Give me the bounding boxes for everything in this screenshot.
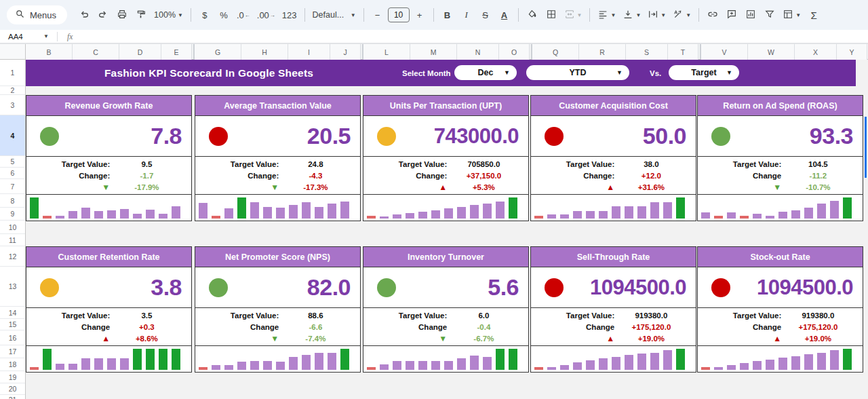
decrease-font-size-button[interactable]: − [369,6,387,24]
kpi-details-cell[interactable]: Target Value:104.5Change-11.2▼-10.7% [698,157,863,195]
row-header-12[interactable]: 12 [0,246,25,267]
bold-button[interactable]: B [439,6,456,24]
sparkline[interactable] [195,195,360,221]
column-header-r[interactable]: R [579,44,626,60]
kpi-value-cell[interactable]: 82.0 [195,267,360,308]
horizontal-align-button[interactable]: ▼ [595,6,618,24]
font-size-input[interactable]: 10 [388,7,410,22]
kpi-details-cell[interactable]: Target Value:9.5Change:-1.7▼-17.9% [26,157,191,195]
undo-button[interactable] [75,6,93,24]
select-all-corner[interactable] [0,44,26,60]
row-header-5[interactable]: 5 [0,156,25,168]
row-header-11[interactable]: 11 [0,234,25,246]
column-header-g[interactable]: G [195,44,241,60]
column-header-x[interactable]: X [795,44,837,60]
kpi-card-title[interactable]: Units Per Transaction (UPT) [363,96,528,116]
format-percent-button[interactable]: % [215,6,233,24]
kpi-value-cell[interactable]: 1094500.0 [698,267,863,308]
month-dropdown[interactable]: Dec▼ [454,65,517,80]
kpi-value-cell[interactable]: 50.0 [531,116,696,157]
increase-font-size-button[interactable]: + [411,6,429,24]
insert-chart-button[interactable] [742,6,760,24]
format-currency-button[interactable]: $ [196,6,214,24]
column-header-b[interactable]: B [26,44,73,60]
row-header-4[interactable]: 4 [0,115,25,156]
column-header-s[interactable]: S [626,44,668,60]
row-header-16[interactable]: 16 [0,330,25,345]
vertical-align-button[interactable]: ▼ [620,6,644,24]
sparkline[interactable] [531,346,696,372]
row-header-3[interactable]: 3 [0,95,25,115]
column-header-o[interactable]: O [499,44,530,60]
sparkline[interactable] [26,195,191,221]
kpi-card-title[interactable]: Net Promoter Score (NPS) [195,247,360,267]
period-dropdown[interactable]: YTD▼ [526,65,629,80]
sparkline[interactable] [363,195,528,221]
column-header-m[interactable]: M [410,44,457,60]
merge-cells-button[interactable]: ▼ [561,6,585,24]
column-header-c[interactable]: C [73,44,119,60]
row-header-18[interactable]: 18 [0,358,25,371]
column-header-n[interactable]: N [457,44,499,60]
sparkline[interactable] [26,346,191,372]
kpi-card-title[interactable]: Average Transaction Value [195,96,360,116]
kpi-details-cell[interactable]: Target Value:705850.0Change:+37,150.0▲+5… [363,157,528,195]
kpi-card-title[interactable]: Stock-out Rate [698,247,863,267]
row-header-19[interactable]: 19 [0,371,25,383]
kpi-details-cell[interactable]: Target Value:88.6Change-6.6▼-7.4% [195,308,360,346]
column-header-t[interactable]: T [668,44,698,60]
decrease-decimal-button[interactable]: .0← [234,6,253,24]
text-wrap-button[interactable]: ▼ [645,6,669,24]
zoom-select[interactable]: 100%▼ [151,6,186,24]
kpi-details-cell[interactable]: Target Value:919380.0Change+175,120.0▲+1… [531,308,696,346]
kpi-value-cell[interactable]: 20.5 [195,116,360,157]
kpi-details-cell[interactable]: Target Value:24.8Change:-4.3▼-17.3% [195,157,360,195]
sparkline[interactable] [195,346,360,372]
row-header-21[interactable]: 21 [0,395,25,399]
column-header-j[interactable]: J [330,44,361,60]
row-header-2[interactable]: 2 [0,86,25,95]
column-header-d[interactable]: D [119,44,161,60]
paint-format-button[interactable] [132,6,150,24]
compare-dropdown[interactable]: Target▼ [669,65,739,80]
row-header-15[interactable]: 15 [0,319,25,330]
create-filter-button[interactable] [761,6,778,24]
text-rotation-button[interactable]: ▼ [670,6,694,24]
column-header-v[interactable]: V [701,44,748,60]
row-header-14[interactable]: 14 [0,307,25,319]
row-header-1[interactable]: 1 [0,60,25,86]
print-button[interactable] [113,6,131,24]
menus-search-button[interactable]: Menus [7,5,67,24]
kpi-card-title[interactable]: Inventory Turnover [363,247,528,267]
kpi-card-title[interactable]: Return on Ad Spend (ROAS) [698,96,863,116]
fill-color-button[interactable] [524,6,541,24]
insert-link-button[interactable] [704,6,722,24]
column-header-e[interactable]: E [161,44,192,60]
kpi-card-title[interactable]: Revenue Growth Rate [26,96,191,116]
borders-button[interactable] [542,6,560,24]
kpi-details-cell[interactable]: Target Value:919380.0Change+175,120.0▲+1… [698,308,863,346]
row-header-9[interactable]: 9 [0,208,25,221]
more-formats-button[interactable]: 123 [279,6,300,24]
row-header-13[interactable]: 13 [0,267,25,307]
kpi-value-cell[interactable]: 1094500.0 [531,267,696,308]
insert-comment-button[interactable] [723,6,741,24]
name-box[interactable]: AA4 ▼ [5,33,53,41]
row-header-10[interactable]: 10 [0,221,25,234]
kpi-value-cell[interactable]: 3.8 [26,267,191,308]
text-color-button[interactable]: A [496,6,513,24]
column-header-w[interactable]: W [748,44,795,60]
redo-button[interactable] [94,6,112,24]
sparkline[interactable] [698,195,863,221]
kpi-card-title[interactable]: Customer Acquisition Cost [531,96,696,116]
row-header-8[interactable]: 8 [0,194,25,208]
kpi-card-title[interactable]: Customer Retention Rate [26,247,191,267]
kpi-value-cell[interactable]: 5.6 [363,267,528,308]
row-header-7[interactable]: 7 [0,179,25,194]
kpi-value-cell[interactable]: 743000.0 [363,116,528,157]
sparkline[interactable] [363,346,528,372]
functions-button[interactable]: Σ [805,6,823,24]
row-header-20[interactable]: 20 [0,383,25,395]
column-header-i[interactable]: I [288,44,330,60]
strikethrough-button[interactable]: S [477,6,494,24]
